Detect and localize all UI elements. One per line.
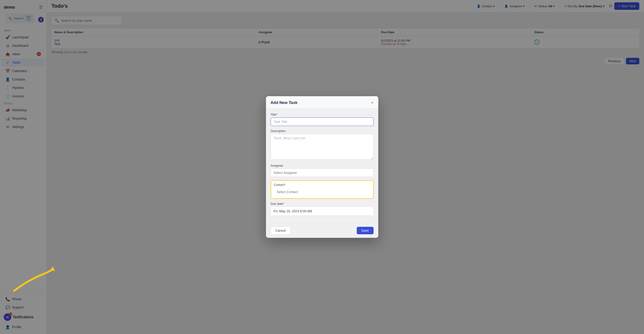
contact-group: Contact* xyxy=(271,180,374,199)
description-group: Description xyxy=(271,129,374,161)
assignee-input[interactable] xyxy=(271,169,374,177)
save-button[interactable]: Save xyxy=(357,227,374,234)
modal-header: Add New Task × xyxy=(266,96,378,109)
modal-overlay[interactable]: Add New Task × Title* Description Assign… xyxy=(0,0,644,334)
title-group: Title* xyxy=(271,113,374,126)
assignee-group: Assignee xyxy=(271,164,374,177)
contact-label: Contact* xyxy=(274,183,370,187)
arrow-annotation xyxy=(7,253,58,296)
due-date-display[interactable]: Fri, May 19, 2023 8:00 AM xyxy=(274,209,312,213)
description-label: Description xyxy=(271,129,374,133)
modal-footer: Cancel Save xyxy=(266,223,378,238)
svg-marker-0 xyxy=(50,266,55,271)
modal-close-button[interactable]: × xyxy=(371,101,374,105)
title-label: Title* xyxy=(271,113,374,116)
cancel-button[interactable]: Cancel xyxy=(271,227,291,234)
add-task-modal: Add New Task × Title* Description Assign… xyxy=(266,96,378,238)
assignee-label: Assignee xyxy=(271,164,374,167)
title-input[interactable] xyxy=(271,118,374,126)
modal-title: Add New Task xyxy=(271,100,298,105)
due-date-label: Due date* xyxy=(271,202,374,205)
due-date-group: Due date* Fri, May 19, 2023 8:00 AM xyxy=(271,202,374,216)
contact-input[interactable] xyxy=(274,188,370,196)
modal-body: Title* Description Assignee Contact* Due… xyxy=(266,109,378,223)
description-textarea[interactable] xyxy=(271,134,374,160)
